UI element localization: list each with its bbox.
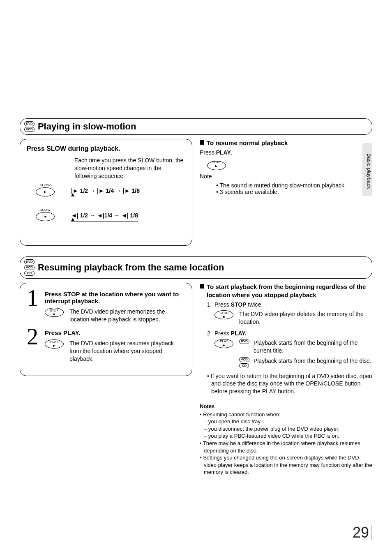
slow-rev-button-icon: SLOW ◂ bbox=[36, 212, 55, 221]
play-btn-label: PLAY bbox=[50, 340, 58, 344]
square-bullet-icon bbox=[200, 140, 204, 145]
stop-btn-label: STOP bbox=[50, 309, 59, 312]
step1-heading: Press STOP at the location where you wan… bbox=[45, 291, 185, 305]
body-suffix: . bbox=[231, 149, 233, 156]
step-1: 1 Press STOP at the location where you w… bbox=[27, 289, 185, 323]
disc-pill-vcd: VCD bbox=[24, 127, 35, 132]
li1-description: The DVD video player deletes the memory … bbox=[239, 310, 372, 326]
li2-prefix: Press bbox=[214, 330, 231, 337]
play-rev-icon: ◂ bbox=[44, 214, 46, 219]
notes-heading: Notes bbox=[200, 403, 372, 410]
disc-pill-dvd: DVD bbox=[24, 259, 35, 264]
manual-page: Basic playback DVD VCD Playing in slow-m… bbox=[0, 0, 392, 554]
chapter-side-tab: Basic playback bbox=[362, 143, 372, 196]
section1-left: Press SLOW during playback. Each time yo… bbox=[20, 139, 192, 246]
step-number-1: 1 bbox=[27, 289, 42, 323]
page-number: 29 bbox=[353, 525, 372, 540]
slow-fwd-button-icon: SLOW ▸ bbox=[36, 187, 55, 196]
disc-pill-cd: CD bbox=[239, 363, 249, 368]
slow-rev-label: SLOW bbox=[36, 208, 54, 212]
note-list: • The sound is muted during slow-motion … bbox=[200, 182, 372, 195]
section1-right: To resume normal playback Press PLAY. PL… bbox=[200, 139, 372, 246]
disc-pill-vcd: VCD bbox=[24, 265, 35, 270]
notes-block: Notes • Resuming cannot function when: –… bbox=[200, 403, 372, 476]
square-bullet-icon bbox=[200, 284, 204, 289]
section1-row: Press SLOW during playback. Each time yo… bbox=[20, 139, 372, 246]
resume-steps-box: 1 Press STOP at the location where you w… bbox=[20, 283, 192, 376]
body-bold: PLAY bbox=[216, 149, 231, 156]
slowmotion-box: Press SLOW during playback. Each time yo… bbox=[20, 139, 192, 246]
note-subitem: – you disconnect the power plug of the D… bbox=[200, 425, 372, 433]
resume-normal-heading-text: To resume normal playback bbox=[207, 139, 288, 147]
note-item: • There may be a difference in the locat… bbox=[200, 440, 372, 454]
play-btn-label: PLAY bbox=[212, 160, 221, 164]
note-heading: Note bbox=[200, 173, 372, 180]
page-content: DVD VCD Playing in slow-motion Press SLO… bbox=[20, 118, 372, 477]
step-2: 2 Press PLAY. PLAY ► The DVD v bbox=[27, 328, 185, 363]
section-title: Resuming playback from the same location bbox=[38, 262, 224, 273]
disc-pill-dvd: DVD bbox=[239, 339, 249, 344]
note-item: • Resuming cannot function when: bbox=[200, 411, 372, 418]
step2-description: The DVD video player resumes playback fr… bbox=[69, 339, 185, 363]
box-heading: Press SLOW during playback. bbox=[27, 145, 185, 152]
disc-type-icons: DVD VCD bbox=[24, 121, 35, 132]
play-btn-label: PLAY bbox=[220, 339, 228, 343]
disc-pill-dvd: DVD bbox=[24, 121, 35, 126]
slow-fwd-row: SLOW ▸ |► 1/2 → |► 1/4 → |► 1/8 bbox=[27, 187, 185, 198]
stop-btn-label: STOP bbox=[219, 311, 228, 315]
play-triangle-icon: ► bbox=[50, 344, 58, 348]
note-item: • 3 speeds are available. bbox=[216, 189, 372, 195]
start-beginning-heading: To start playback from the beginning reg… bbox=[200, 283, 372, 299]
play-button-icon: PLAY ► bbox=[207, 161, 226, 170]
ol-number: 2 bbox=[207, 330, 213, 337]
box-description: Each time you press the SLOW button, the… bbox=[74, 157, 185, 180]
section-title: Playing in slow-motion bbox=[38, 121, 136, 132]
stop-button-icon: STOP ■ bbox=[214, 310, 233, 319]
resume-normal-heading: To resume normal playback bbox=[200, 139, 372, 147]
play-triangle-icon: ► bbox=[212, 164, 221, 168]
disc-type-icons: DVD VCD CD bbox=[24, 259, 35, 276]
li2-bold: PLAY. bbox=[231, 330, 247, 337]
slow-rev-row: SLOW ◂ ◄| 1/2 → ◄|1/4 → ◄| 1/8 bbox=[27, 212, 185, 223]
step1-description: The DVD video player memorizes the locat… bbox=[69, 308, 185, 323]
slow-fwd-seq-text: |► 1/2 → |► 1/4 → |► 1/8 bbox=[71, 187, 140, 194]
start-beginning-steps: 1 Press STOP twice. STOP ■ The DVD video… bbox=[207, 301, 372, 368]
slow-rev-sequence: ◄| 1/2 → ◄|1/4 → ◄| 1/8 bbox=[71, 212, 138, 223]
li1-suffix: twice. bbox=[246, 301, 263, 308]
section-title-bar-resume: DVD VCD CD Resuming playback from the sa… bbox=[20, 256, 372, 279]
stop-square-icon: ■ bbox=[50, 312, 59, 316]
li1-prefix: Press bbox=[214, 301, 231, 308]
slow-fwd-label: SLOW bbox=[36, 183, 54, 187]
extra-bullet: • If you want to return to the beginning… bbox=[207, 372, 372, 396]
step-number-2: 2 bbox=[27, 328, 42, 363]
resume-normal-body: Press PLAY. bbox=[200, 149, 372, 157]
ol-number: 1 bbox=[207, 301, 213, 308]
li1-bold: STOP bbox=[231, 301, 247, 308]
play-triangle-icon: ► bbox=[220, 343, 228, 347]
body-prefix: Press bbox=[200, 149, 216, 156]
disc-pill-vcd: VCD bbox=[239, 357, 249, 362]
list-item: 1 Press STOP twice. STOP ■ The DVD video… bbox=[207, 301, 372, 326]
play-button-icon: PLAY ► bbox=[214, 339, 233, 348]
disc-pill-cd: CD bbox=[24, 271, 35, 276]
slow-rev-seq-text: ◄| 1/2 → ◄|1/4 → ◄| 1/8 bbox=[71, 212, 138, 219]
play-button-icon: PLAY ► bbox=[45, 339, 64, 349]
play-button-stack: PLAY ► bbox=[212, 160, 221, 168]
li2-desc1: Playback starts from the beginning of th… bbox=[254, 339, 372, 355]
section2-right: To start playback from the beginning reg… bbox=[200, 283, 372, 477]
note-item: • The sound is muted during slow-motion … bbox=[216, 182, 372, 189]
slow-fwd-sequence: |► 1/2 → |► 1/4 → |► 1/8 bbox=[71, 187, 140, 198]
stop-button-icon: STOP ■ bbox=[45, 308, 64, 317]
list-item: 2 Press PLAY. PLAY ► DVD bbox=[207, 330, 372, 368]
stop-square-icon: ■ bbox=[219, 315, 228, 319]
start-beginning-heading-text: To start playback from the beginning reg… bbox=[207, 283, 372, 299]
note-subitem: – you open the disc tray. bbox=[200, 418, 372, 425]
play-fwd-icon: ▸ bbox=[44, 189, 46, 194]
section2-left: 1 Press STOP at the location where you w… bbox=[20, 283, 192, 477]
note-item: • Settings you changed using the on-scre… bbox=[200, 454, 372, 476]
li2-desc2: Playback starts from the beginning of th… bbox=[254, 357, 371, 365]
note-subitem: – you play a PBC-featured video CD while… bbox=[200, 432, 372, 440]
step2-heading: Press PLAY. bbox=[45, 329, 185, 336]
section2-row: 1 Press STOP at the location where you w… bbox=[20, 283, 372, 477]
section-title-bar-slowmotion: DVD VCD Playing in slow-motion bbox=[20, 118, 372, 135]
